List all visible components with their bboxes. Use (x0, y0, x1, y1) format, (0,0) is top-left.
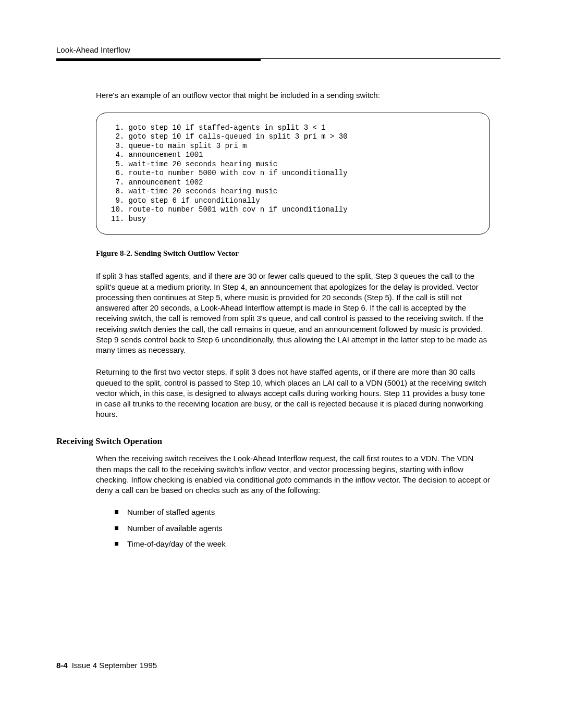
explanation-paragraph-1: If split 3 has staffed agents, and if th… (96, 271, 490, 355)
vector-code: 1. goto step 10 if staffed-agents in spl… (111, 124, 475, 224)
running-head: Look-Ahead Interflow (56, 45, 500, 55)
bullet-text: Number of available agents (127, 524, 223, 533)
page-number: 8-4 (56, 661, 68, 670)
vector-code-box: 1. goto step 10 if staffed-agents in spl… (96, 113, 490, 235)
checks-bullet-list: Number of staffed agents Number of avail… (96, 507, 490, 549)
explanation-paragraph-2: Returning to the first two vector steps,… (96, 367, 490, 419)
goto-italic: goto (276, 475, 291, 484)
list-item: Time-of-day/day of the week (117, 539, 490, 549)
figure-caption: Figure 8-2. Sending Switch Outflow Vecto… (96, 248, 490, 258)
list-item: Number of available agents (117, 523, 490, 534)
intro-paragraph: Here's an example of an outflow vector t… (96, 90, 490, 101)
list-item: Number of staffed agents (117, 507, 490, 517)
bullet-text: Time-of-day/day of the week (127, 539, 226, 548)
page-footer: 8-4Issue 4 September 1995 (56, 660, 157, 671)
page: Look-Ahead Interflow Here's an example o… (0, 0, 563, 728)
body-column: Here's an example of an outflow vector t… (96, 90, 490, 419)
receiving-paragraph: When the receiving switch receives the L… (96, 453, 490, 496)
thick-rule (56, 59, 261, 61)
section-heading-receiving: Receiving Switch Operation (56, 436, 500, 448)
body-column-2: When the receiving switch receives the L… (96, 453, 490, 549)
issue-info: Issue 4 September 1995 (72, 661, 157, 670)
bullet-text: Number of staffed agents (127, 508, 215, 516)
